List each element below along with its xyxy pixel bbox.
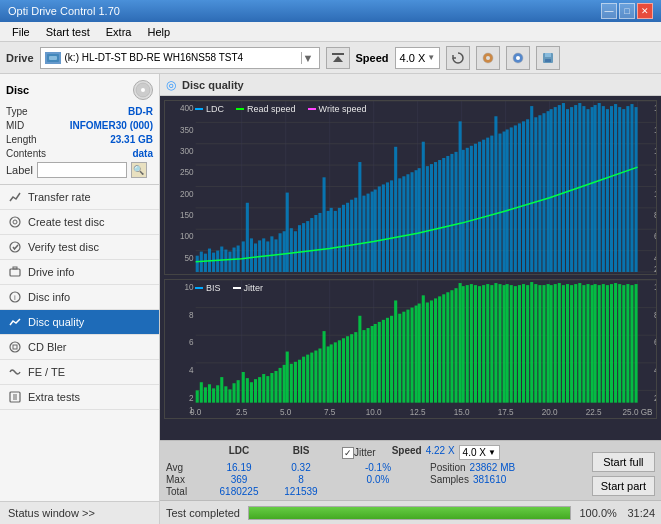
svg-text:250: 250 <box>180 168 194 177</box>
svg-text:10.0: 10.0 <box>366 408 382 417</box>
speed-current-value: 4.22 X <box>426 445 455 460</box>
svg-rect-125 <box>450 154 453 272</box>
svg-rect-135 <box>490 136 493 272</box>
svg-rect-264 <box>415 306 418 403</box>
svg-rect-163 <box>602 106 605 272</box>
svg-rect-170 <box>630 104 633 272</box>
svg-rect-309 <box>594 284 597 403</box>
svg-text:6%: 6% <box>654 338 656 347</box>
svg-rect-130 <box>470 146 473 272</box>
settings-button[interactable] <box>506 46 530 70</box>
chart-header: ◎ Disc quality <box>160 74 661 96</box>
svg-text:4X: 4X <box>654 254 656 263</box>
menu-extra[interactable]: Extra <box>98 24 140 40</box>
speed-dropdown[interactable]: 4.0 X ▼ <box>459 445 500 460</box>
menu-help[interactable]: Help <box>139 24 178 40</box>
svg-rect-237 <box>306 355 309 403</box>
top-chart-legend: LDC Read speed Write speed <box>195 104 366 114</box>
svg-text:i: i <box>14 293 16 302</box>
svg-rect-105 <box>371 192 374 272</box>
svg-rect-315 <box>618 284 621 403</box>
speed-select[interactable]: 4.0 X ▼ <box>395 47 441 69</box>
title-bar: Opti Drive Control 1.70 — □ ✕ <box>0 0 661 22</box>
svg-rect-276 <box>462 286 465 403</box>
label-input[interactable] <box>37 162 127 178</box>
menu-start-test[interactable]: Start test <box>38 24 98 40</box>
svg-rect-261 <box>402 312 405 403</box>
svg-rect-306 <box>582 285 585 403</box>
disc-panel-icon <box>133 80 153 100</box>
svg-rect-84 <box>286 193 289 272</box>
right-buttons: Start full Start part <box>586 441 661 500</box>
eject-button[interactable] <box>326 47 350 69</box>
main-content: Disc Type BD-R MID INFOMER30 (000) Lengt… <box>0 74 661 524</box>
refresh-button[interactable] <box>446 46 470 70</box>
svg-rect-300 <box>558 283 561 403</box>
close-button[interactable]: ✕ <box>637 3 653 19</box>
minimize-button[interactable]: — <box>601 3 617 19</box>
svg-rect-95 <box>330 208 333 272</box>
svg-rect-277 <box>466 285 469 403</box>
sidebar-item-drive-info[interactable]: Drive info <box>0 260 159 285</box>
max-row: Max 369 8 0.0% Samples 381610 <box>166 474 580 485</box>
sidebar-item-cd-bler[interactable]: CD Bler <box>0 335 159 360</box>
svg-text:20.0: 20.0 <box>542 408 558 417</box>
menu-bar: File Start test Extra Help <box>0 22 661 42</box>
svg-rect-313 <box>610 284 613 403</box>
start-full-button[interactable]: Start full <box>592 452 655 472</box>
svg-rect-296 <box>542 285 545 403</box>
svg-rect-270 <box>438 296 441 402</box>
svg-rect-245 <box>338 340 341 402</box>
drive-dropdown-arrow[interactable]: ▼ <box>301 52 315 64</box>
svg-point-13 <box>13 220 17 224</box>
svg-rect-319 <box>635 284 638 403</box>
svg-rect-225 <box>258 377 261 403</box>
svg-text:12.5: 12.5 <box>410 408 426 417</box>
status-text: Test completed <box>166 507 240 519</box>
svg-rect-132 <box>478 142 481 272</box>
svg-rect-213 <box>208 384 211 402</box>
svg-text:22.5: 22.5 <box>586 408 602 417</box>
app-title: Opti Drive Control 1.70 <box>8 5 120 17</box>
sidebar-item-verify-test-disc[interactable]: Verify test disc <box>0 235 159 260</box>
label-icon-button[interactable]: 🔍 <box>131 162 147 178</box>
menu-file[interactable]: File <box>4 24 38 40</box>
svg-text:4%: 4% <box>654 366 656 375</box>
svg-rect-15 <box>10 269 20 276</box>
svg-rect-122 <box>438 160 441 272</box>
save-button[interactable] <box>536 46 560 70</box>
svg-rect-98 <box>342 205 345 272</box>
maximize-button[interactable]: □ <box>619 3 635 19</box>
svg-rect-227 <box>266 376 269 403</box>
svg-rect-211 <box>200 382 203 402</box>
sidebar-item-fe-te[interactable]: FE / TE <box>0 360 159 385</box>
drive-info-icon <box>8 265 22 279</box>
svg-text:16X: 16X <box>654 126 656 135</box>
svg-rect-251 <box>362 330 365 403</box>
bottom-stats-bar: LDC BIS ✓ Jitter Speed 4.22 X 4.0 X <box>160 440 661 500</box>
drive-select[interactable]: (k:) HL-DT-ST BD-RE WH16NS58 TST4 ▼ <box>40 47 320 69</box>
status-window-button[interactable]: Status window >> <box>0 501 159 524</box>
svg-text:6: 6 <box>189 338 194 347</box>
disc-art-button[interactable] <box>476 46 500 70</box>
nav-items: Transfer rate Create test disc Verify te… <box>0 185 159 501</box>
svg-rect-299 <box>554 284 557 403</box>
svg-rect-138 <box>503 132 506 272</box>
svg-rect-150 <box>550 109 553 272</box>
sidebar-item-create-test-disc[interactable]: Create test disc <box>0 210 159 235</box>
sidebar-item-extra-tests[interactable]: Extra tests <box>0 385 159 410</box>
sidebar-item-disc-quality[interactable]: Disc quality <box>0 310 159 335</box>
svg-rect-167 <box>618 107 621 272</box>
start-part-button[interactable]: Start part <box>592 476 655 496</box>
svg-point-4 <box>486 56 490 60</box>
svg-rect-126 <box>454 152 457 272</box>
svg-rect-112 <box>398 178 401 272</box>
sidebar-item-transfer-rate[interactable]: Transfer rate <box>0 185 159 210</box>
svg-rect-121 <box>434 162 437 272</box>
jitter-checkbox[interactable]: ✓ <box>342 447 354 459</box>
sidebar-item-disc-info[interactable]: i Disc info <box>0 285 159 310</box>
svg-rect-221 <box>242 372 245 403</box>
svg-rect-74 <box>246 203 249 272</box>
svg-rect-79 <box>266 241 269 272</box>
svg-rect-75 <box>250 238 253 272</box>
